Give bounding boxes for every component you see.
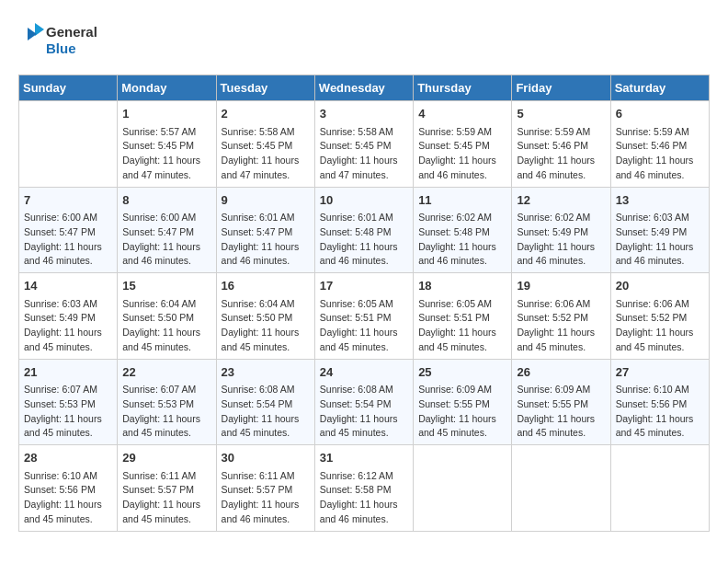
sunset: Sunset: 5:52 PM (616, 312, 688, 323)
sunset: Sunset: 5:46 PM (616, 140, 688, 151)
daylight: Daylight: 11 hours and 46 minutes. (24, 241, 102, 267)
day-number: 20 (616, 277, 704, 295)
col-header-monday: Monday (118, 75, 216, 101)
sunrise: Sunrise: 6:04 AM (122, 298, 196, 309)
sunrise: Sunrise: 6:03 AM (24, 298, 97, 309)
sunrise: Sunrise: 5:57 AM (122, 126, 196, 137)
daylight: Daylight: 11 hours and 46 minutes. (222, 241, 300, 267)
sunset: Sunset: 5:58 PM (320, 484, 392, 495)
daylight: Daylight: 11 hours and 45 minutes. (122, 499, 200, 524)
daylight: Daylight: 11 hours and 45 minutes. (222, 327, 300, 352)
day-number: 19 (517, 277, 605, 295)
day-number: 23 (222, 363, 310, 382)
day-number: 22 (122, 363, 210, 382)
day-number: 12 (517, 191, 605, 210)
sunrise: Sunrise: 6:11 AM (222, 470, 295, 481)
daylight: Daylight: 11 hours and 46 minutes. (616, 155, 694, 180)
daylight: Daylight: 11 hours and 45 minutes. (320, 327, 398, 352)
calendar-cell: 14Sunrise: 6:03 AMSunset: 5:49 PMDayligh… (19, 273, 118, 360)
daylight: Daylight: 11 hours and 45 minutes. (222, 413, 300, 439)
calendar-cell: 21Sunrise: 6:07 AMSunset: 5:53 PMDayligh… (19, 359, 118, 445)
sunset: Sunset: 5:48 PM (320, 226, 392, 237)
calendar-cell: 17Sunrise: 6:05 AMSunset: 5:51 PMDayligh… (314, 273, 413, 360)
calendar-cell: 25Sunrise: 6:09 AMSunset: 5:55 PMDayligh… (414, 359, 512, 445)
day-number: 8 (122, 191, 210, 210)
col-header-sunday: Sunday (19, 75, 118, 101)
week-row: 28Sunrise: 6:10 AMSunset: 5:56 PMDayligh… (19, 445, 710, 532)
sunrise: Sunrise: 6:07 AM (122, 384, 196, 395)
sunrise: Sunrise: 6:02 AM (517, 212, 590, 223)
day-number: 11 (418, 191, 506, 210)
calendar-cell (512, 445, 610, 532)
calendar-cell: 30Sunrise: 6:11 AMSunset: 5:57 PMDayligh… (216, 445, 314, 532)
sunset: Sunset: 5:46 PM (517, 140, 588, 151)
daylight: Daylight: 11 hours and 47 minutes. (122, 155, 200, 180)
logo-svg: General Blue (18, 18, 101, 60)
day-number: 16 (222, 277, 310, 295)
daylight: Daylight: 11 hours and 46 minutes. (320, 499, 398, 524)
sunset: Sunset: 5:49 PM (24, 312, 96, 323)
daylight: Daylight: 11 hours and 46 minutes. (616, 241, 694, 267)
daylight: Daylight: 11 hours and 46 minutes. (517, 241, 595, 267)
day-number: 3 (320, 105, 408, 123)
calendar-cell: 15Sunrise: 6:04 AMSunset: 5:50 PMDayligh… (118, 273, 216, 360)
daylight: Daylight: 11 hours and 45 minutes. (320, 413, 398, 439)
sunrise: Sunrise: 5:59 AM (517, 126, 590, 137)
sunset: Sunset: 5:45 PM (418, 140, 490, 151)
sunrise: Sunrise: 5:58 AM (222, 126, 295, 137)
sunset: Sunset: 5:49 PM (616, 226, 688, 237)
sunset: Sunset: 5:54 PM (222, 398, 293, 409)
sunrise: Sunrise: 5:59 AM (616, 126, 689, 137)
col-header-wednesday: Wednesday (314, 75, 413, 101)
sunset: Sunset: 5:57 PM (222, 484, 293, 495)
col-header-saturday: Saturday (610, 75, 709, 101)
daylight: Daylight: 11 hours and 45 minutes. (616, 413, 694, 439)
sunset: Sunset: 5:56 PM (24, 484, 96, 495)
calendar-cell: 27Sunrise: 6:10 AMSunset: 5:56 PMDayligh… (610, 359, 709, 445)
sunrise: Sunrise: 6:03 AM (616, 212, 689, 223)
sunset: Sunset: 5:49 PM (517, 226, 588, 237)
page-header: General Blue (18, 18, 710, 60)
sunset: Sunset: 5:45 PM (320, 140, 392, 151)
calendar-cell (19, 101, 118, 188)
sunset: Sunset: 5:45 PM (222, 140, 293, 151)
sunset: Sunset: 5:50 PM (222, 312, 293, 323)
day-number: 17 (320, 277, 408, 295)
sunset: Sunset: 5:47 PM (222, 226, 293, 237)
calendar-cell: 4Sunrise: 5:59 AMSunset: 5:45 PMDaylight… (414, 101, 512, 188)
sunset: Sunset: 5:52 PM (517, 312, 588, 323)
calendar-cell: 1Sunrise: 5:57 AMSunset: 5:45 PMDaylight… (118, 101, 216, 188)
sunrise: Sunrise: 6:05 AM (418, 298, 492, 309)
daylight: Daylight: 11 hours and 45 minutes. (24, 327, 102, 352)
calendar-header: SundayMondayTuesdayWednesdayThursdayFrid… (19, 75, 710, 101)
sunrise: Sunrise: 6:06 AM (616, 298, 689, 309)
sunset: Sunset: 5:48 PM (418, 226, 490, 237)
sunrise: Sunrise: 6:10 AM (24, 470, 97, 481)
day-number: 5 (517, 105, 605, 123)
day-number: 15 (122, 277, 210, 295)
calendar-cell: 9Sunrise: 6:01 AMSunset: 5:47 PMDaylight… (216, 187, 314, 273)
daylight: Daylight: 11 hours and 46 minutes. (222, 499, 300, 524)
sunset: Sunset: 5:47 PM (122, 226, 194, 237)
sunrise: Sunrise: 5:59 AM (418, 126, 492, 137)
day-number: 24 (320, 363, 408, 382)
daylight: Daylight: 11 hours and 47 minutes. (222, 155, 300, 180)
sunset: Sunset: 5:47 PM (24, 226, 96, 237)
day-number: 21 (24, 363, 112, 382)
daylight: Daylight: 11 hours and 46 minutes. (122, 241, 200, 267)
col-header-thursday: Thursday (414, 75, 512, 101)
day-number: 6 (616, 105, 704, 123)
sunrise: Sunrise: 6:08 AM (222, 384, 295, 395)
calendar-cell: 19Sunrise: 6:06 AMSunset: 5:52 PMDayligh… (512, 273, 610, 360)
day-number: 27 (616, 363, 704, 382)
daylight: Daylight: 11 hours and 47 minutes. (320, 155, 398, 180)
logo: General Blue (18, 18, 101, 60)
calendar-table: SundayMondayTuesdayWednesdayThursdayFrid… (18, 75, 710, 532)
sunset: Sunset: 5:55 PM (517, 398, 588, 409)
day-number: 14 (24, 277, 112, 295)
sunrise: Sunrise: 6:01 AM (320, 212, 393, 223)
daylight: Daylight: 11 hours and 45 minutes. (517, 413, 595, 439)
sunset: Sunset: 5:55 PM (418, 398, 490, 409)
sunrise: Sunrise: 6:11 AM (122, 470, 196, 481)
day-number: 28 (24, 449, 112, 467)
